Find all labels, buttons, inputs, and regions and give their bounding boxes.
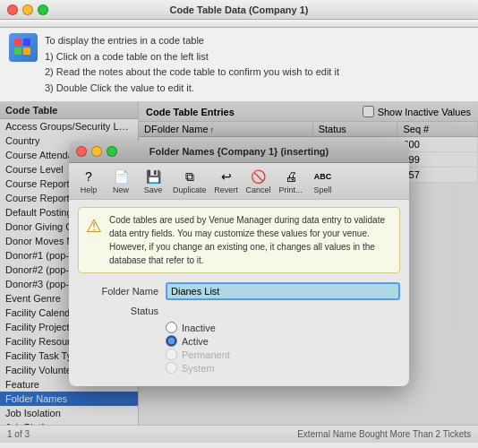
svg-rect-1 (23, 39, 30, 46)
modal-min-button[interactable] (91, 146, 102, 157)
warning-icon: ⚠ (86, 215, 102, 267)
status-label: Status (78, 306, 158, 316)
right-panel: Code Table Entries Show Inactive Values … (139, 102, 478, 425)
info-icon (9, 33, 38, 62)
radio-inactive: Inactive (166, 322, 400, 333)
cancel-icon: 🚫 (250, 168, 268, 185)
modal-spell-button[interactable]: ABC Spell (309, 166, 337, 196)
new-icon: 📄 (112, 168, 130, 185)
folder-name-input[interactable] (166, 282, 400, 300)
info-text: To display the entries in a code table 1… (45, 33, 339, 96)
folder-name-label: Folder Name (78, 286, 158, 297)
duplicate-icon: ⧉ (181, 168, 199, 185)
print-icon: 🖨 (282, 168, 300, 185)
svg-rect-0 (14, 39, 21, 46)
maximize-button[interactable] (38, 4, 48, 15)
radio-system-input (166, 362, 177, 374)
svg-rect-2 (14, 47, 21, 55)
radio-active: Active (166, 335, 400, 347)
status-label-row: Status (78, 306, 400, 316)
modal-close-button[interactable] (76, 146, 87, 157)
modal-duplicate-button[interactable]: ⧉ Duplicate (171, 166, 209, 196)
modal-content: ⚠ Code tables are used by Venue Manager … (69, 200, 409, 386)
folder-name-row: Folder Name (78, 282, 400, 300)
modal-window-controls[interactable] (76, 146, 117, 157)
modal-save-button[interactable]: 💾 Save (139, 166, 167, 196)
radio-system: System (166, 362, 400, 374)
radio-active-label: Active (182, 336, 209, 347)
radio-permanent-label: Permanent (182, 349, 230, 360)
title-bar: Code Table Data (Company 1) (0, 0, 478, 20)
save-icon: 💾 (144, 168, 162, 185)
warning-text: Code tables are used by Venue Manager du… (109, 213, 392, 267)
modal-revert-button[interactable]: ↩ Revert (212, 166, 241, 196)
radio-inactive-input[interactable] (166, 322, 177, 333)
status-right-text: External Name Bought More Than 2 Tickets (297, 429, 471, 439)
radio-system-label: System (182, 363, 215, 374)
minimize-button[interactable] (22, 4, 33, 15)
page-info: 1 of 3 (7, 429, 30, 439)
status-bar: 1 of 3 External Name Bought More Than 2 … (0, 425, 478, 443)
revert-icon: ↩ (218, 168, 235, 185)
window-title: Code Table Data (Company 1) (169, 4, 308, 15)
modal-max-button[interactable] (107, 146, 117, 157)
modal-titlebar: Folder Names {Company 1} (inserting) (69, 141, 409, 163)
status-radio-group: Inactive Active Permanent System (166, 322, 400, 374)
warning-box: ⚠ Code tables are used by Venue Manager … (78, 207, 400, 273)
modal-new-button[interactable]: 📄 New (107, 166, 135, 196)
svg-rect-3 (23, 47, 30, 55)
folder-names-modal: Folder Names {Company 1} (inserting) ? H… (69, 141, 409, 386)
radio-active-input[interactable] (166, 335, 177, 347)
modal-toolbar: ? Help 📄 New 💾 Save ⧉ Duplicate (69, 163, 409, 200)
radio-inactive-label: Inactive (182, 323, 216, 333)
main-toolbar (0, 20, 478, 28)
modal-cancel-button[interactable]: 🚫 Cancel (244, 166, 273, 196)
main-content: Code Table Access Groups/Security Levels… (0, 102, 478, 425)
spell-icon: ABC (314, 168, 332, 185)
radio-permanent-input (166, 349, 177, 360)
info-panel: To display the entries in a code table 1… (0, 28, 478, 102)
modal-help-button[interactable]: ? Help (74, 166, 103, 196)
radio-permanent: Permanent (166, 349, 400, 360)
modal-overlay: Folder Names {Company 1} (inserting) ? H… (0, 102, 478, 425)
help-icon: ? (80, 168, 98, 185)
close-button[interactable] (7, 4, 18, 15)
modal-title: Folder Names {Company 1} (inserting) (149, 146, 329, 157)
modal-print-button[interactable]: 🖨 Print... (277, 166, 305, 196)
window-controls[interactable] (7, 4, 48, 15)
